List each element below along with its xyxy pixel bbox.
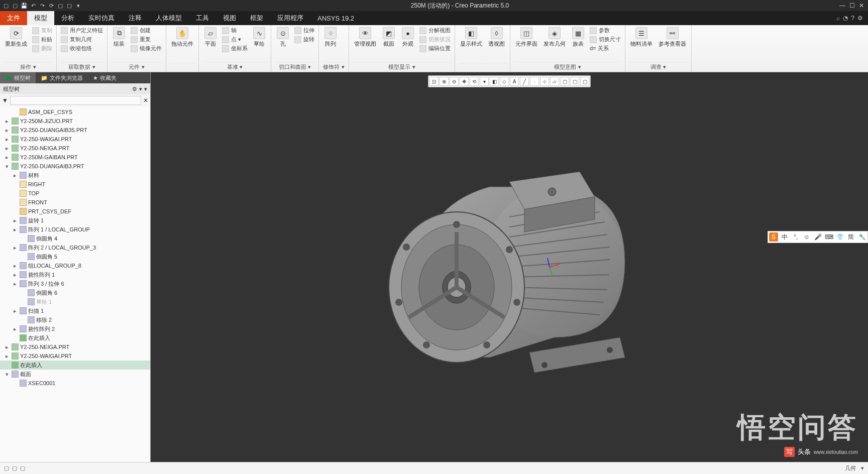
tree-item[interactable]: ▸阵列 1 / LOCAL_GROUP: [0, 225, 150, 234]
params-button[interactable]: 参数: [589, 26, 622, 35]
vt-more2-icon[interactable]: ▢: [570, 77, 579, 86]
ime-simp-icon[interactable]: 简: [846, 232, 855, 242]
help-icon[interactable]: ?: [851, 15, 854, 22]
qat-undo-icon[interactable]: ↶: [29, 2, 37, 10]
tree-search-input[interactable]: [10, 96, 141, 105]
manageview-button[interactable]: 👁管理视图: [352, 26, 378, 49]
copygeom-button[interactable]: 复制几何: [60, 35, 104, 44]
tab-modeltree[interactable]: 🌲模型树: [0, 72, 36, 83]
tree-item[interactable]: ▸Y2-250-NEIGA.PRT: [0, 342, 150, 351]
pattern-button[interactable]: ⁘阵列: [322, 26, 339, 49]
search-icon[interactable]: ⌕: [836, 15, 840, 22]
sb-icon2[interactable]: ▢: [12, 465, 17, 471]
vt-csys-icon[interactable]: ⊹: [540, 77, 549, 86]
vt-style-icon[interactable]: ◧: [490, 77, 499, 86]
vt-pan-icon[interactable]: ✥: [460, 77, 469, 86]
tree-item[interactable]: ▸Y2-250M-GAIBAN.PRT: [0, 153, 150, 162]
tree-item[interactable]: 倒圆角 6: [0, 288, 150, 297]
vt-zoomin-icon[interactable]: ⊕: [440, 77, 449, 86]
revolve-button[interactable]: 旋转: [293, 35, 315, 44]
vt-savedview-icon[interactable]: ▾: [480, 77, 489, 86]
sb-icon1[interactable]: ▢: [4, 465, 9, 471]
ime-logo-icon[interactable]: S: [769, 232, 778, 242]
3d-canvas[interactable]: ⊡ ⊕ ⊖ ✥ ⟲ ▾ ◧ ◇ A ╱ ∙ ⊹ ▱ ▢ ▢ ▢ 截面(Alt +…: [151, 72, 868, 462]
filter-icon[interactable]: ▼: [2, 97, 8, 104]
tree-item[interactable]: ▸Y2-250-DUANGAIB35.PRT: [0, 126, 150, 135]
mirror-button[interactable]: 镜像元件: [130, 44, 163, 53]
tree-item[interactable]: ▸挠性阵列 1: [0, 270, 150, 279]
clear-search-icon[interactable]: ✕: [143, 97, 148, 104]
vt-more3-icon[interactable]: ▢: [580, 77, 589, 86]
maximize-button[interactable]: ☐: [849, 2, 855, 9]
ime-lang-icon[interactable]: 中: [780, 232, 789, 242]
tree-item[interactable]: 在此插入: [0, 361, 150, 370]
vt-rotate-icon[interactable]: ⟲: [470, 77, 479, 86]
ime-tool-icon[interactable]: 🔧: [857, 232, 866, 242]
tree-item[interactable]: ▸挠性阵列 2: [0, 324, 150, 333]
tree-item[interactable]: 草绘 1: [0, 297, 150, 306]
tab-file[interactable]: 文件: [0, 11, 27, 25]
tree-item[interactable]: XSEC0001: [0, 379, 150, 388]
notif-icon[interactable]: ◔: [843, 15, 848, 22]
explode-button[interactable]: 分解视图: [418, 26, 452, 35]
shrinkwrap-button[interactable]: 收缩包络: [60, 44, 104, 53]
switchdim-button[interactable]: 切换尺寸: [589, 35, 622, 44]
relations-button[interactable]: d= 关系: [589, 44, 622, 53]
paste-button[interactable]: 粘贴: [31, 35, 53, 44]
ime-punct-icon[interactable]: °,: [791, 232, 800, 242]
tree-item[interactable]: ▸材料: [0, 171, 150, 180]
qat-redo-icon[interactable]: ↷: [38, 2, 46, 10]
tree-item[interactable]: 移除 2: [0, 315, 150, 324]
vt-plane-icon[interactable]: ▱: [550, 77, 559, 86]
refviewer-button[interactable]: ⚯参考查看器: [657, 26, 688, 49]
vt-zoomout-icon[interactable]: ⊖: [450, 77, 459, 86]
tree-settings-icon[interactable]: ⚙: [132, 86, 137, 92]
section-button[interactable]: ◩截面: [380, 26, 397, 49]
tree-item[interactable]: ▸旋转 1: [0, 216, 150, 225]
tree-item[interactable]: TOP: [0, 189, 150, 198]
tree-filter-icon[interactable]: ▾: [139, 86, 142, 92]
close-button[interactable]: ✕: [859, 2, 864, 9]
tree-item[interactable]: PRT_CSYS_DEF: [0, 207, 150, 216]
tab-manikin[interactable]: 人体模型: [149, 11, 189, 25]
create-button[interactable]: 创建: [130, 26, 163, 35]
qat-more-icon[interactable]: ▾: [74, 2, 82, 10]
qat-save-icon[interactable]: 💾: [20, 2, 28, 10]
pubgeom-button[interactable]: ◈发布几何: [541, 26, 568, 49]
hole-button[interactable]: ⊙孔: [274, 26, 291, 49]
vt-axis-icon[interactable]: ╱: [520, 77, 529, 86]
tab-frame[interactable]: 框架: [243, 11, 270, 25]
tree-item[interactable]: ▸阵列 3 / 拉伸 6: [0, 279, 150, 288]
tab-livesim[interactable]: 实时仿真: [81, 11, 122, 25]
ime-keyboard-icon[interactable]: ⌨: [824, 232, 833, 242]
tab-ansys[interactable]: ANSYS 19.2: [310, 11, 361, 25]
tab-analysis[interactable]: 分析: [54, 11, 81, 25]
toggle-state-button[interactable]: 切换状况: [418, 35, 452, 44]
tree-item[interactable]: ▾Y2-250-DUANGAIB3.PRT: [0, 162, 150, 171]
tab-model[interactable]: 模型: [27, 11, 54, 25]
drag-button[interactable]: ✋拖动元件: [169, 26, 195, 49]
extrude-button[interactable]: 拉伸: [293, 26, 315, 35]
ime-skin-icon[interactable]: 👕: [835, 232, 844, 242]
copy-button[interactable]: 复制: [31, 26, 53, 35]
tree-item[interactable]: FRONT: [0, 198, 150, 207]
editpos-button[interactable]: 编辑位置: [418, 44, 452, 53]
sketch-button[interactable]: ∿草绘: [251, 26, 268, 49]
vt-refit-icon[interactable]: ⊡: [429, 77, 439, 86]
tree-item[interactable]: ▸Y2-250M-JIZUO.PRT: [0, 116, 150, 126]
tab-view[interactable]: 视图: [216, 11, 243, 25]
axis-button[interactable]: 轴: [221, 26, 249, 35]
appearance-button[interactable]: ●外观: [399, 26, 416, 49]
delete-button[interactable]: 删除: [31, 44, 53, 53]
perspective-button[interactable]: ◊透视图: [486, 26, 507, 49]
minimize-button[interactable]: —: [839, 2, 845, 9]
famtable-button[interactable]: ▦族表: [570, 26, 587, 49]
gear-icon[interactable]: ⚙: [857, 15, 863, 22]
tree-item[interactable]: ▸Y2-250-WAIGAI.PRT: [0, 135, 150, 144]
bom-button[interactable]: ☰物料清单: [628, 26, 655, 49]
tree-item[interactable]: RIGHT: [0, 180, 150, 189]
tree-item[interactable]: ▸组LOCAL_GROUP_8: [0, 261, 150, 270]
tab-folderbrowser[interactable]: 📁文件夹浏览器: [36, 72, 88, 83]
tree-item[interactable]: ASM_DEF_CSYS: [0, 107, 150, 116]
sb-dropdown-icon[interactable]: ▾: [861, 465, 864, 471]
